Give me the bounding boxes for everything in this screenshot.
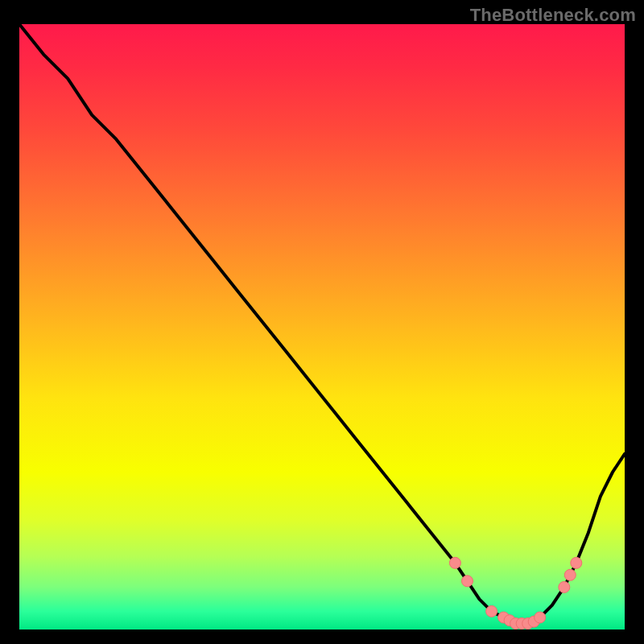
- data-marker: [462, 576, 473, 587]
- data-marker: [449, 557, 460, 568]
- watermark: TheBottleneck.com: [470, 5, 636, 26]
- data-marker: [564, 569, 576, 580]
- data-marker: [486, 605, 497, 617]
- data-marker: [559, 581, 570, 592]
- data-marker: [535, 612, 546, 623]
- chart-frame: TheBottleneck.com: [0, 0, 644, 644]
- plot-area: [19, 24, 625, 630]
- bottleneck-curve: [19, 24, 625, 630]
- curve-path: [19, 24, 625, 624]
- data-marker: [571, 557, 582, 568]
